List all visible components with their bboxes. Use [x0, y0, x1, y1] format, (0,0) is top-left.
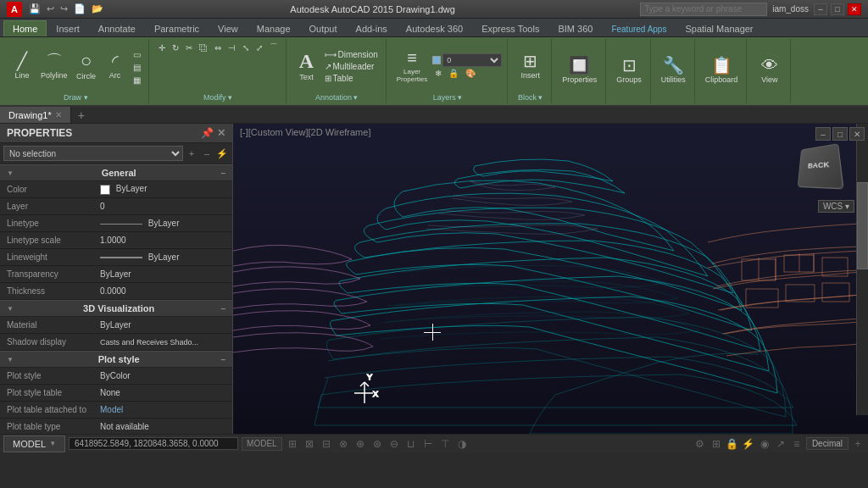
material-value[interactable]: ByLayer	[100, 320, 225, 330]
quick-access-open[interactable]: 📂	[90, 3, 105, 14]
layer-lock-btn[interactable]: 🔒	[446, 68, 461, 79]
plot-style-table-value[interactable]: None	[100, 388, 225, 397]
layer-prop-value[interactable]: 0	[100, 202, 225, 211]
rectangle-button[interactable]: ▭	[131, 49, 143, 60]
thickness-value[interactable]: 0.0000	[100, 286, 225, 296]
tab-parametric[interactable]: Parametric	[145, 20, 209, 36]
quick-access-undo[interactable]: ↩	[45, 3, 56, 14]
workspace-icon[interactable]: ⊞	[709, 437, 723, 451]
tab-bim360[interactable]: BIM 360	[548, 20, 602, 36]
wcs-button[interactable]: WCS ▾	[818, 200, 854, 213]
properties-ribbon-button[interactable]: 🔲 Properties	[559, 55, 600, 86]
maximize-button[interactable]: □	[831, 3, 844, 15]
minimize-button[interactable]: –	[814, 3, 827, 15]
fillet-button[interactable]: ⌒	[267, 41, 281, 54]
line-button[interactable]: ╱ Line	[8, 51, 36, 81]
selection-dropdown[interactable]: No selection	[3, 146, 183, 161]
ducs-icon[interactable]: ⊔	[404, 437, 418, 451]
snap-icon[interactable]: ⊠	[303, 437, 316, 451]
viewport-minimize-btn[interactable]: –	[815, 127, 831, 141]
quick-access-save[interactable]: 💾	[27, 3, 42, 14]
isolation-icon[interactable]: ◉	[758, 437, 771, 451]
gradient-button[interactable]: ▦	[131, 75, 143, 86]
pick-add-icon[interactable]: +	[185, 148, 198, 158]
trim-button[interactable]: ✂	[183, 42, 195, 53]
tab-manage[interactable]: Manage	[248, 20, 300, 36]
groups-ribbon-button[interactable]: ⊡ Groups	[613, 55, 645, 86]
tab-output[interactable]: Output	[300, 20, 347, 36]
quick-access-new[interactable]: 📄	[72, 3, 87, 14]
block-group-label[interactable]: Block ▾	[518, 92, 543, 102]
tp-icon[interactable]: ◑	[455, 437, 469, 451]
viewport[interactable]: [-][Custom View][2D Wireframe] – □ ✕	[233, 124, 868, 434]
layers-group-label[interactable]: Layers ▾	[433, 92, 463, 102]
close-button[interactable]: ✕	[848, 3, 861, 15]
viz3d-section-header[interactable]: 3D Visualization –	[0, 300, 232, 317]
utilities-ribbon-button[interactable]: 🔧 Utilities	[658, 55, 689, 86]
viewport-maximize-btn[interactable]: □	[832, 127, 848, 141]
table-btn[interactable]: ⊞ Table	[322, 73, 381, 84]
viewport-scrollbar-vertical[interactable]	[856, 124, 868, 415]
insert-button[interactable]: ⊞ Insert	[517, 51, 544, 81]
plot-attached-value[interactable]: Model	[100, 405, 225, 414]
linetype-scale-value[interactable]: 1.0000	[100, 236, 225, 245]
viewport-close-btn[interactable]: ✕	[849, 127, 865, 141]
navcube[interactable]: BACK	[797, 144, 848, 195]
lineweight-value[interactable]: ByLayer	[100, 252, 225, 262]
status-model-btn[interactable]: MODEL	[242, 437, 282, 451]
plot-section-header[interactable]: Plot style –	[0, 351, 232, 368]
pick-minus-icon[interactable]: –	[200, 148, 214, 158]
tab-featuredapps[interactable]: Featured Apps	[602, 21, 676, 36]
dimension-btn[interactable]: ⟼ Dimension	[322, 49, 381, 60]
polar-icon[interactable]: ⊗	[337, 437, 350, 451]
layer-color-btn[interactable]: 🎨	[463, 68, 478, 79]
annotation-group-label[interactable]: Annotation ▾	[315, 92, 359, 102]
stretch-button[interactable]: ⤢	[253, 42, 265, 53]
tab-addins[interactable]: Add-ins	[347, 20, 397, 36]
general-section-header[interactable]: General –	[0, 164, 232, 181]
transparency-value[interactable]: ByLayer	[100, 269, 225, 279]
dyn-icon[interactable]: ⊢	[421, 437, 435, 451]
tab-insert[interactable]: Insert	[47, 20, 89, 36]
otrack-icon[interactable]: ⊖	[387, 437, 401, 451]
modify-group-label[interactable]: Modify ▾	[203, 92, 232, 102]
lwt-icon[interactable]: ⊤	[438, 437, 452, 451]
grid-icon[interactable]: ⊞	[286, 437, 299, 451]
move-button[interactable]: ✛	[156, 42, 168, 53]
clean-screen-icon[interactable]: ↗	[774, 437, 787, 451]
scale-button[interactable]: ⤡	[240, 42, 252, 53]
lock-ui-icon[interactable]: 🔒	[726, 437, 739, 451]
customize-icon[interactable]: ≡	[790, 437, 804, 451]
doc-tab-close[interactable]: ✕	[55, 110, 62, 119]
quick-select-icon[interactable]: ⚡	[215, 148, 229, 159]
clipboard-ribbon-button[interactable]: 📋 Clipboard	[702, 55, 742, 86]
arc-button[interactable]: ◜ Arc	[102, 51, 129, 81]
properties-pin-icon[interactable]: 📌	[201, 127, 214, 139]
color-value[interactable]: ByLayer	[100, 184, 225, 194]
tab-annotate[interactable]: Annotate	[89, 20, 145, 36]
new-tab-button[interactable]: +	[71, 107, 92, 124]
tab-view[interactable]: View	[209, 20, 248, 36]
circle-button[interactable]: ○ Circle	[73, 50, 100, 82]
rotate-button[interactable]: ↻	[170, 42, 181, 53]
ortho-icon[interactable]: ⊟	[320, 437, 333, 451]
shadow-value[interactable]: Casts and Receives Shado...	[100, 338, 225, 347]
multileader-btn[interactable]: ↗ Multileader	[322, 61, 381, 72]
tab-spatialmanager[interactable]: Spatial Manager	[676, 20, 762, 36]
layer-properties-button[interactable]: ≡ LayerProperties	[393, 47, 431, 85]
3dosnap-icon[interactable]: ⊛	[370, 437, 384, 451]
mirror-button[interactable]: ⇔	[212, 42, 224, 53]
layer-freeze-btn[interactable]: ❄	[432, 68, 444, 79]
extend-button[interactable]: ⊣	[225, 42, 238, 53]
hardware-accel-icon[interactable]: ⚡	[742, 437, 755, 451]
plot-style-value[interactable]: ByColor	[100, 371, 225, 380]
tab-home[interactable]: Home	[3, 20, 47, 36]
apps-icon[interactable]: +	[851, 437, 865, 451]
annotation-scale-icon[interactable]: ⚙	[693, 437, 707, 451]
search-input[interactable]	[640, 3, 767, 16]
hatch-button[interactable]: ▤	[131, 62, 143, 73]
copy-button[interactable]: ⿻	[197, 42, 210, 53]
viewport-scroll-thumb[interactable]	[857, 182, 868, 269]
polyline-button[interactable]: ⌒ Polyline	[37, 51, 71, 81]
plot-table-type-value[interactable]: Not available	[100, 422, 225, 431]
